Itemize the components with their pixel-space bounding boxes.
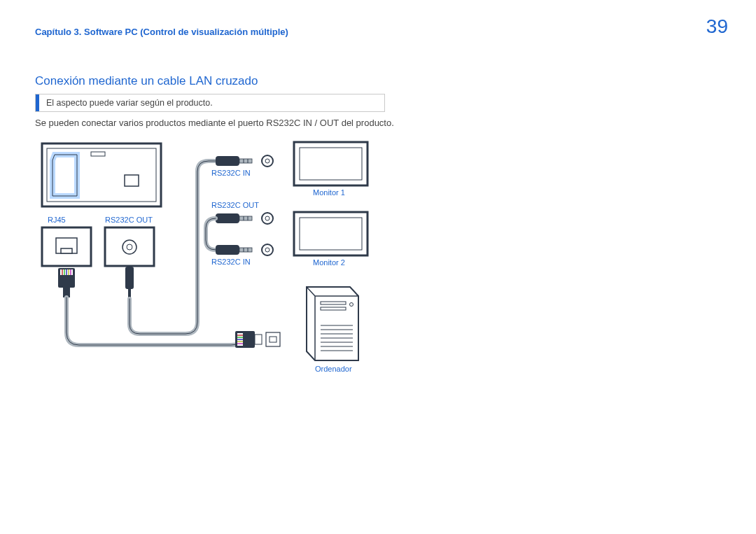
- svg-rect-13: [64, 269, 65, 275]
- label-rs232c-in-top: RS232C IN: [211, 169, 251, 177]
- label-rs232c-out-mid: RS232C OUT: [211, 201, 259, 209]
- rj45-plug-icon: [58, 268, 75, 297]
- label-monitor1: Monitor 1: [313, 188, 345, 197]
- note-box: El aspecto puede variar según el product…: [35, 94, 385, 112]
- svg-rect-45: [237, 343, 243, 344]
- label-computer: Ordenador: [315, 365, 352, 373]
- svg-rect-20: [216, 156, 239, 166]
- rj45-port-icon: [42, 227, 91, 266]
- monitor-2-icon: [294, 212, 368, 255]
- stereo-plug-mid-icon: [216, 213, 273, 224]
- svg-rect-6: [61, 248, 72, 253]
- svg-rect-18: [125, 267, 134, 289]
- rs232c-out-port-icon: [105, 227, 154, 266]
- svg-rect-49: [300, 148, 362, 180]
- svg-point-31: [265, 216, 270, 220]
- svg-rect-33: [239, 248, 252, 252]
- svg-rect-14: [66, 269, 67, 275]
- svg-rect-12: [62, 269, 63, 275]
- monitor-1-icon: [294, 142, 368, 185]
- svg-rect-32: [216, 245, 239, 255]
- svg-rect-47: [270, 337, 276, 342]
- serial-cable-2-icon: [206, 218, 216, 250]
- svg-rect-16: [70, 269, 71, 275]
- body-text: Se pueden conectar varios productos medi…: [35, 118, 394, 128]
- label-rs232c-in-bottom: RS232C IN: [211, 258, 251, 266]
- note-text: El aspecto puede variar según el product…: [46, 98, 213, 108]
- label-rj45: RJ45: [48, 216, 66, 224]
- svg-rect-21: [239, 159, 252, 163]
- stereo-plug-top-icon: [216, 155, 273, 167]
- breadcrumb: Capítulo 3. Software PC (Control de visu…: [35, 27, 288, 37]
- svg-point-9: [127, 244, 132, 250]
- rj45-plug-bottom-icon: [235, 331, 280, 348]
- svg-rect-15: [68, 269, 69, 275]
- section-title: Conexión mediante un cable LAN cruzado: [35, 74, 258, 88]
- svg-rect-43: [237, 339, 243, 340]
- svg-point-25: [265, 159, 270, 163]
- svg-rect-42: [237, 337, 243, 338]
- label-rs232c-out-left: RS232C OUT: [105, 216, 153, 224]
- stereo-plug-bottom-icon: [216, 244, 273, 255]
- svg-rect-39: [255, 335, 262, 344]
- connection-diagram: RJ45 RS232C OUT RS232C IN RS232C OUT RS2…: [35, 136, 399, 388]
- product-back-panel-icon: [42, 143, 161, 206]
- svg-rect-51: [300, 218, 362, 250]
- svg-rect-44: [237, 341, 243, 342]
- computer-tower-icon: [307, 287, 358, 360]
- svg-rect-26: [216, 213, 239, 223]
- svg-rect-27: [239, 216, 252, 220]
- label-monitor2: Monitor 2: [313, 258, 345, 267]
- note-accent-bar: [36, 94, 39, 111]
- svg-point-37: [265, 248, 270, 252]
- lan-cable-icon: [66, 297, 244, 345]
- page-number: 39: [706, 15, 728, 38]
- audio-plug-left-icon: [125, 267, 134, 299]
- svg-rect-41: [237, 335, 243, 336]
